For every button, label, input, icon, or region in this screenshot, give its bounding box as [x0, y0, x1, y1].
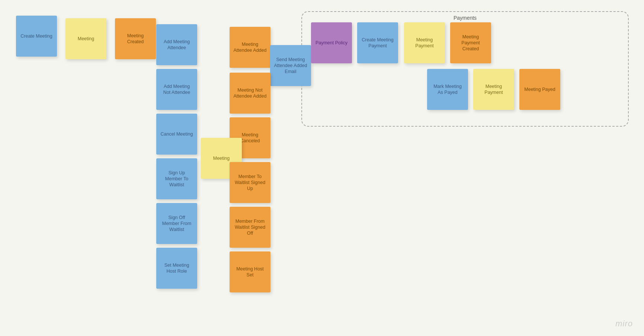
- sticky-sign-off-member-from-waitlist[interactable]: Sign Off Member From Waitlist: [156, 203, 197, 244]
- sticky-meeting[interactable]: Meeting: [65, 18, 106, 59]
- sticky-create-meeting-payment[interactable]: Create Meeting Payment: [357, 22, 398, 63]
- sticky-mark-meeting-as-payed[interactable]: Mark Meeting As Payed: [427, 69, 468, 110]
- sticky-add-meeting-attendee[interactable]: Add Meeting Attendee: [156, 24, 197, 65]
- sticky-meeting-payment[interactable]: Meeting Payment: [404, 22, 445, 63]
- sticky-send-meeting-attendee-added-email[interactable]: Send Meeting Attendee Added Email: [270, 45, 311, 86]
- sticky-member-to-waitlist-signed-up[interactable]: Member To Waitlist Signed Up: [230, 162, 270, 203]
- sticky-cancel-meeting[interactable]: Cancel Meeting: [156, 114, 197, 155]
- sticky-meeting-attendee-added[interactable]: Meeting Attendee Added: [230, 27, 270, 68]
- sticky-meeting-created[interactable]: Meeting Created: [115, 18, 156, 59]
- sticky-add-meeting-not-attendee[interactable]: Add Meeting Not Attendee: [156, 69, 197, 110]
- sticky-meeting-payment-2[interactable]: Meeting Payment: [473, 69, 514, 110]
- sticky-payment-policy[interactable]: Payment Policy: [311, 22, 352, 63]
- sticky-meeting-host-set[interactable]: Meeting Host Set: [230, 251, 270, 292]
- sticky-sign-up-member-to-waitlist[interactable]: Sign Up Member To Waitlist: [156, 158, 197, 199]
- payments-label: Payments: [454, 15, 477, 21]
- sticky-member-from-waitlist-signed-off[interactable]: Member From Waitlist Signed Off: [230, 207, 270, 248]
- sticky-meeting-payed[interactable]: Meeting Payed: [519, 69, 560, 110]
- sticky-meeting-not-attendee-added[interactable]: Meeting Not Attendee Added: [230, 73, 270, 114]
- sticky-set-meeting-host-role[interactable]: Set Meeting Host Role: [156, 248, 197, 289]
- sticky-create-meeting[interactable]: Create Meeting: [16, 16, 57, 57]
- sticky-meeting-payment-created[interactable]: Meeting Payment Created: [450, 22, 491, 63]
- miro-logo: miro: [615, 319, 633, 329]
